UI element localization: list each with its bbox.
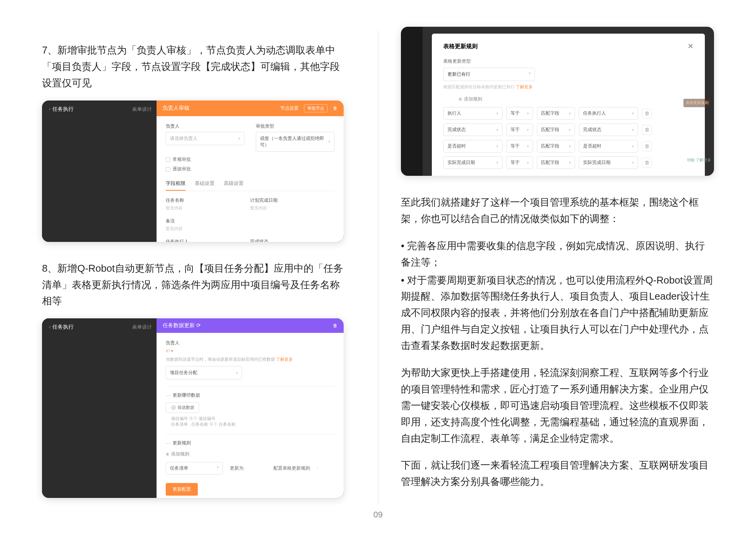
ss8-header-title: 任务数据更新 — [163, 322, 195, 328]
para-3: 下面，就让我们逐一来看轻流工程项目管理解决方案、互联网研发项目管理解决方案分别具… — [401, 457, 714, 490]
delete-icon[interactable]: 🗑 — [642, 125, 652, 135]
label-person: 负责人 — [166, 123, 244, 130]
ss8-left-title: 任务执行 — [52, 324, 74, 330]
ss7-sidebar: ‹ 任务执行 表单设计 — [42, 101, 157, 242]
ss8-sidebar: ‹ 任务执行 表单设计 — [42, 318, 157, 498]
ss7-panel-header: 负责人审核 节点设置 审批节点 🗑 — [157, 101, 344, 116]
link-more[interactable]: 了解更多 — [276, 357, 293, 362]
bullet-1: • 完善各应用中需要收集的信息字段，例如完成情况、原因说明、执行备注等； — [401, 238, 714, 271]
right-column: 表格更新规则 功能 了解更多 表格更新规则 ✕ 表格更新类型 更新已有行▾ 根据… — [378, 0, 756, 535]
tab-field-perm[interactable]: 字段权限 — [166, 180, 186, 191]
ss8-left-tab: 表单设计 — [132, 324, 152, 331]
update-target[interactable]: 任务清单▾ — [166, 462, 223, 475]
ss7-header-btn1[interactable]: 节点设置 — [280, 105, 299, 112]
type-value[interactable]: 或签（一名负责人通过或拒绝即可）▾ — [256, 132, 334, 152]
filter-icon: ⚪ — [171, 405, 176, 410]
section-update-data: 更新哪些数据 — [166, 386, 334, 399]
side-tag-1: 表格更新规则 — [683, 99, 711, 107]
chevron-icon: ‹ — [49, 106, 52, 112]
bullet-2: • 对于需要周期更新项目状态的情况，也可以使用流程外Q-Robot设置周期提醒、… — [401, 272, 714, 354]
step-7-text: 7、新增审批节点为「负责人审核」，节点负责人为动态调取表单中「项目负责人」字段，… — [42, 42, 344, 91]
tab-basic[interactable]: 基础设置 — [195, 180, 215, 191]
label-person: 负责人 — [166, 340, 334, 346]
tab-advanced[interactable]: 高级设置 — [224, 180, 244, 191]
ss7-header-btn2[interactable]: 审批节点 — [304, 104, 328, 112]
side-tag-2: 功能 了解更多 — [687, 157, 711, 163]
para-1: 至此我们就搭建好了这样一个项目管理系统的基本框架，围绕这个框架，你也可以结合自己… — [401, 194, 714, 227]
page-divider — [378, 31, 378, 504]
rule-row: 是否超时▾ 等于▾ 匹配字段▾ 是否超时▾ 🗑 — [443, 140, 693, 152]
delete-icon[interactable]: 🗑 — [333, 323, 338, 328]
ss7-left-tab: 表单设计 — [132, 106, 152, 113]
modal-type-select[interactable]: 更新已有行▾ — [443, 68, 535, 81]
chevron-down-icon: ▾ — [236, 371, 238, 375]
ss7-header-title: 负责人审核 — [163, 105, 189, 112]
screenshot-7: ‹ 任务执行 表单设计 负责人审核 节点设置 审批节点 🗑 负责人 请选择负责人… — [42, 101, 344, 242]
chevron-down-icon: ▾ — [328, 139, 330, 144]
step-8-text: 8、新增Q-Robot自动更新节点，向【项目任务分配】应用中的「任务清单」表格更… — [42, 260, 344, 310]
delete-icon[interactable]: 🗑 — [642, 158, 652, 168]
screenshot-9: 表格更新规则 功能 了解更多 表格更新规则 ✕ 表格更新类型 更新已有行▾ 根据… — [401, 27, 714, 176]
target-app[interactable]: 项目任务分配▾ — [166, 366, 242, 379]
rule-row: 实际完成日期▾ 等于▾ 匹配字段▾ 实际完成日期▾ 🗑 — [443, 156, 693, 169]
delete-icon[interactable]: 🗑 — [642, 141, 652, 151]
rule-row: 完成状态▾ 等于▾ 匹配字段▾ 完成状态▾ 🗑 — [443, 123, 693, 136]
delete-icon[interactable]: 🗑 — [333, 105, 338, 111]
chevron-down-icon: ▾ — [238, 136, 240, 141]
section-update-rule: 更新规则 — [166, 434, 334, 446]
rule-table: 执行人▾ 等于▾ 匹配字段▾ 任务执行人▾ 🗑 完成状态▾ 等于▾ 匹配字段▾ … — [443, 107, 693, 169]
left-column: 7、新增审批节点为「负责人审核」，节点负责人为动态调取表单中「项目负责人」字段，… — [0, 0, 378, 535]
link-more[interactable]: 了解更多 — [516, 84, 533, 89]
ss8-panel-header: 任务数据更新 ⟳ 🗑 — [157, 318, 344, 333]
filter-button[interactable]: ⚪筛选数据 — [166, 402, 199, 413]
config-rule-link[interactable]: 配置表格更新规则 — [273, 465, 310, 472]
screenshot-8: ‹ 任务执行 表单设计 任务数据更新 ⟳ 🗑 负责人 🏷 ▾ 当数据到达该节点时… — [42, 318, 344, 498]
update-config-button[interactable]: 更新配置 — [166, 483, 198, 496]
modal-title: 表格更新规则 — [443, 43, 478, 50]
refresh-icon: ⟳ — [196, 322, 201, 328]
checkbox-advanced[interactable] — [166, 167, 170, 172]
add-rule[interactable]: ⊕ 添加规则 — [166, 451, 334, 457]
ss7-left-title: 任务执行 — [52, 106, 74, 112]
para-2: 为帮助大家更快上手搭建使用，轻流深刻洞察工程、互联网等多个行业的项目管理特性和需… — [401, 365, 714, 446]
add-rule-modal[interactable]: ⊕ 添加规则 — [459, 96, 693, 102]
ss7-panel: 负责人审核 节点设置 审批节点 🗑 负责人 请选择负责人▾ 审批类型 或签（一名… — [157, 101, 344, 242]
chevron-right-icon: › — [317, 466, 318, 470]
close-icon[interactable]: ✕ — [688, 42, 693, 50]
rule-modal: 表格更新规则 ✕ 表格更新类型 更新已有行▾ 根据匹配规则在目标表格内更新已有行… — [432, 34, 705, 176]
chevron-icon: ‹ — [49, 324, 52, 330]
label-type: 审批类型 — [256, 123, 334, 130]
tag-icon: 🏷 ▾ — [166, 349, 173, 353]
delete-icon[interactable]: 🗑 — [642, 109, 652, 118]
page-number: 09 — [373, 510, 383, 520]
input-person[interactable]: 请选择负责人▾ — [166, 132, 244, 145]
modal-type-label: 表格更新类型 — [443, 58, 693, 65]
ss7-tabs: 字段权限 基础设置 高级设置 — [166, 180, 334, 191]
checkbox-normal[interactable] — [166, 157, 170, 162]
rule-row: 执行人▾ 等于▾ 匹配字段▾ 任务执行人▾ 🗑 — [443, 107, 693, 120]
ss8-panel: 任务数据更新 ⟳ 🗑 负责人 🏷 ▾ 当数据到达该节点时，将自动更新所选目标应用… — [157, 318, 344, 498]
